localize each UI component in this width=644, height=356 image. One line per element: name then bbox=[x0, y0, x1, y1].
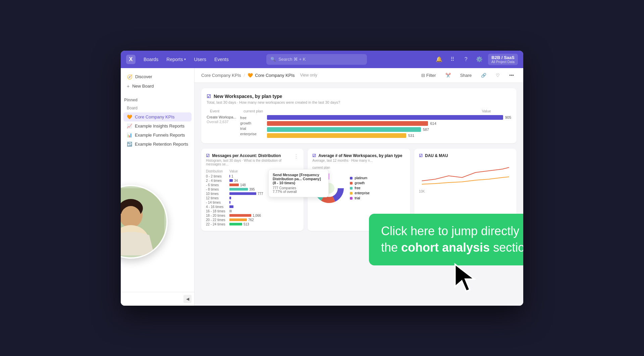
collapse-button[interactable]: ◀ bbox=[183, 295, 192, 303]
link-icon: 🔗 bbox=[481, 73, 486, 78]
notifications-icon[interactable]: 🔔 bbox=[434, 55, 444, 64]
new-board-label: New Board bbox=[132, 84, 154, 89]
filter-label: Filter bbox=[426, 73, 436, 78]
chart2-more-icon[interactable]: ⋮ bbox=[293, 153, 299, 160]
cut-icon: ✂️ bbox=[445, 73, 451, 78]
bar-enterprise: 531 bbox=[267, 133, 511, 138]
breadcrumb-bar: Core Company KPIs / 🧡 Core Company KPIs … bbox=[195, 68, 523, 83]
dist-row-7: - 14 times bbox=[206, 201, 299, 204]
retention-emoji: ↩️ bbox=[127, 142, 132, 147]
charts-content: ☑ New Workspaces, by plan type Total, la… bbox=[195, 83, 523, 236]
workspace-selector[interactable]: B2B / SaaS All Project Data bbox=[488, 54, 518, 65]
line-chart bbox=[419, 161, 512, 188]
col-current-plan: current plan bbox=[244, 109, 270, 113]
sidebar-item-core-kpis[interactable]: 🧡 Core Company KPIs bbox=[123, 112, 192, 121]
breadcrumb-emoji: 🧡 bbox=[248, 73, 253, 78]
chevron-down-icon: ▾ bbox=[184, 57, 186, 61]
chart1-subtitle: Total, last 30 days · How many new works… bbox=[207, 100, 511, 104]
bar-growth: 614 bbox=[267, 121, 511, 126]
board-group: Board 🧡 Core Company KPIs 📈 Example Insi… bbox=[121, 104, 194, 149]
chart1-icon: ☑ bbox=[207, 94, 211, 99]
dist-row-8: 4 - 16 times bbox=[206, 205, 299, 209]
settings-icon[interactable]: ⚙️ bbox=[475, 55, 484, 64]
svg-point-10 bbox=[121, 206, 141, 227]
tooltip-row-pct: 7.77% of overall bbox=[273, 190, 324, 194]
workspace-sub: All Project Data bbox=[491, 60, 515, 64]
more-button[interactable]: ••• bbox=[506, 71, 517, 79]
funnels-label: Example Funnels Reports bbox=[135, 133, 185, 138]
chart1-body: Create Workspa... Overall 2,637 free gro… bbox=[207, 115, 511, 138]
cta-text: Click here to jump directly into the coh… bbox=[381, 223, 523, 256]
grid-icon[interactable]: ⠿ bbox=[448, 55, 457, 64]
more-icon: ••• bbox=[509, 73, 514, 78]
sidebar-item-retention[interactable]: ↩️ Example Retention Reports bbox=[123, 140, 192, 149]
nav-users[interactable]: Users bbox=[194, 57, 206, 62]
search-bar[interactable]: 🔍 Search ⌘ + K bbox=[266, 54, 367, 65]
chart3-col-header: current plan bbox=[312, 166, 405, 169]
chart3-title: ☑ Average # of New Workspaces, by plan t… bbox=[312, 153, 405, 158]
bars-container: 905 614 587 bbox=[267, 115, 511, 138]
event-name: Create Workspa... Overall 2,637 bbox=[207, 115, 240, 138]
chart4-body: 10K bbox=[419, 161, 512, 193]
breadcrumb-separator: / bbox=[244, 73, 245, 78]
sidebar-collapse-area: ◀ bbox=[121, 292, 194, 306]
chart4-label: 10K bbox=[419, 190, 512, 193]
share-button[interactable]: Share bbox=[458, 71, 475, 79]
insights-emoji: 📈 bbox=[127, 123, 132, 129]
retention-label: Example Retention Reports bbox=[135, 142, 188, 147]
col-event: Event bbox=[210, 109, 244, 113]
app-window: X Boards Reports ▾ Users Events 🔍 Search… bbox=[121, 51, 523, 306]
plan-labels: free growth trial enterprise bbox=[240, 115, 267, 138]
nav-right-actions: 🔔 ⠿ ? ⚙️ B2B / SaaS All Project Data bbox=[434, 54, 518, 65]
sidebar-item-discover[interactable]: 🧭 Discover bbox=[123, 72, 192, 82]
funnels-emoji: 📊 bbox=[127, 133, 132, 138]
nav-boards[interactable]: Boards bbox=[144, 57, 158, 62]
sidebar-item-insights[interactable]: 📈 Example Insights Reports bbox=[123, 121, 192, 131]
chart2-title: ☑ Messages per Account: Distribution bbox=[206, 153, 293, 158]
chart4-title: ☑ DAU & MAU bbox=[419, 153, 512, 158]
dist-row-12: 22 - 24 times 513 bbox=[206, 222, 299, 226]
sidebar-item-funnels[interactable]: 📊 Example Funnels Reports bbox=[123, 131, 192, 140]
sidebar-item-board[interactable]: Board bbox=[123, 104, 192, 112]
filter-button[interactable]: ⊟ Filter bbox=[419, 71, 439, 79]
chart2-icon: ☑ bbox=[206, 153, 210, 158]
col-value: Value bbox=[270, 109, 491, 113]
view-mode-label: View only bbox=[300, 73, 317, 78]
help-icon[interactable]: ? bbox=[461, 55, 471, 64]
favorite-button[interactable]: ♡ bbox=[493, 71, 502, 79]
core-kpis-emoji: 🧡 bbox=[127, 114, 132, 119]
pinned-section-header: Pinned bbox=[121, 95, 194, 104]
link-button[interactable]: 🔗 bbox=[478, 71, 489, 79]
tooltip-title: Send Message [Frequency Distribution pa.… bbox=[273, 173, 324, 185]
sidebar-item-new-board[interactable]: + New Board bbox=[123, 82, 192, 91]
app-logo[interactable]: X bbox=[126, 55, 136, 64]
nav-events[interactable]: Events bbox=[214, 57, 229, 62]
plus-icon: + bbox=[127, 84, 129, 89]
chart2-tooltip: Send Message [Frequency Distribution pa.… bbox=[268, 169, 329, 197]
chart-new-workspaces: ☑ New Workspaces, by plan type Total, la… bbox=[201, 88, 517, 143]
chart3-subtitle: Average, last 12 months · How many n... bbox=[312, 159, 405, 162]
chart-messages-dist: ☑ Messages per Account: Distribution His… bbox=[201, 149, 304, 231]
workspace-name: B2B / SaaS bbox=[491, 55, 515, 60]
insights-label: Example Insights Reports bbox=[135, 123, 184, 129]
chart4-icon: ☑ bbox=[419, 153, 423, 158]
cut-button[interactable]: ✂️ bbox=[443, 71, 453, 79]
discover-label: Discover bbox=[135, 74, 152, 79]
breadcrumb-actions: ⊟ Filter ✂️ Share 🔗 ♡ bbox=[419, 71, 517, 79]
breadcrumb-current: 🧡 Core Company KPIs bbox=[248, 73, 295, 78]
dist-row-10: 18 - 20 times 1,066 bbox=[206, 214, 299, 217]
chart1-title: ☑ New Workspaces, by plan type bbox=[207, 94, 511, 99]
breadcrumb-parent[interactable]: Core Company KPIs bbox=[201, 73, 241, 78]
bar-trial: 587 bbox=[267, 127, 511, 132]
dist-row-11: 20 - 22 times 762 bbox=[206, 218, 299, 222]
dist-row-9: 16 - 18 times bbox=[206, 209, 299, 213]
nav-reports[interactable]: Reports ▾ bbox=[166, 57, 186, 62]
col-dist-header: Distribution bbox=[206, 169, 229, 173]
breadcrumb-current-label: Core Company KPIs bbox=[255, 73, 295, 78]
chart2-subtitle: Histogram, last 30 days · What is the di… bbox=[206, 159, 293, 166]
chart3-legend: platinum growth free bbox=[350, 176, 369, 200]
tooltip-row-value: 777 Companies bbox=[273, 186, 324, 190]
heart-icon: ♡ bbox=[496, 73, 500, 78]
search-icon: 🔍 bbox=[270, 57, 276, 62]
cta-overlay[interactable]: Click here to jump directly into the coh… bbox=[369, 214, 523, 265]
